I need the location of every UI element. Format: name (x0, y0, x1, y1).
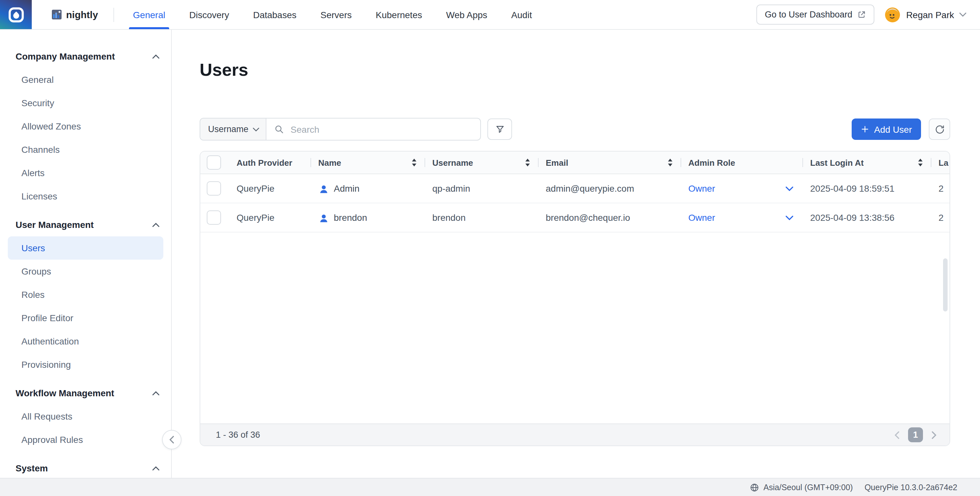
sidebar-section: Company Management GeneralSecurityAllowe… (0, 45, 171, 208)
app-window: nightly GeneralDiscoveryDatabasesServers… (0, 0, 980, 496)
sidebar-item-profile-editor[interactable]: Profile Editor (8, 306, 163, 330)
column-label: La (939, 158, 948, 167)
nav-tab-kubernetes[interactable]: Kubernetes (375, 0, 422, 29)
chevron-down-icon (253, 127, 259, 131)
nav-tab-general[interactable]: General (133, 0, 165, 29)
pagination-prev-button[interactable] (894, 431, 900, 439)
sidebar-collapse-button[interactable] (162, 430, 181, 449)
sidebar-section: System (0, 456, 171, 478)
admin-role-value[interactable]: Owner (688, 212, 715, 223)
table-scrollbar[interactable] (943, 258, 948, 311)
column-label: Admin Role (688, 158, 735, 167)
search-input[interactable] (290, 124, 480, 135)
sidebar-item-channels[interactable]: Channels (8, 138, 163, 161)
chevron-up-icon (152, 54, 159, 59)
column-header-last-login-at[interactable]: Last Login At (802, 152, 931, 174)
main-content: Users Username Add User (171, 29, 980, 478)
sidebar: Company Management GeneralSecurityAllowe… (0, 29, 172, 478)
table-row[interactable]: QueryPie Admin qp-admin admin@querypie.c… (200, 174, 950, 203)
nav-tabs: GeneralDiscoveryDatabasesServersKubernet… (133, 0, 532, 29)
pagination-next-button[interactable] (931, 431, 937, 439)
column-header-name[interactable]: Name (310, 152, 425, 174)
cell-auth-provider: QueryPie (229, 203, 310, 232)
sidebar-item-allowed-zones[interactable]: Allowed Zones (8, 115, 163, 138)
column-header-la[interactable]: La (931, 152, 950, 174)
nav-tab-discovery[interactable]: Discovery (189, 0, 229, 29)
pagination-range: 1 - 36 of 36 (216, 430, 260, 440)
search-box (267, 119, 480, 140)
column-label: Last Login At (810, 158, 864, 167)
querypie-logo-icon (7, 5, 25, 24)
cell-auth-provider: QueryPie (229, 174, 310, 203)
column-label: Email (546, 158, 568, 167)
filter-button[interactable] (487, 119, 512, 140)
refresh-button[interactable] (929, 119, 950, 140)
refresh-icon (934, 124, 945, 135)
sidebar-item-provisioning[interactable]: Provisioning (8, 353, 163, 376)
sidebar-item-alerts[interactable]: Alerts (8, 161, 163, 185)
column-header-username[interactable]: Username (425, 152, 538, 174)
sidebar-item-roles[interactable]: Roles (8, 283, 163, 306)
column-header-auth-provider[interactable]: Auth Provider (229, 152, 310, 174)
admin-role-value[interactable]: Owner (688, 183, 715, 193)
workspace-name: nightly (66, 9, 98, 20)
select-all-checkbox[interactable] (207, 155, 221, 170)
sidebar-section-system[interactable]: System (0, 456, 171, 478)
cell-email: admin@querypie.com (538, 174, 681, 203)
cell-name: brendon (310, 203, 425, 232)
timezone-indicator[interactable]: Asia/Seoul (GMT+09:00) (750, 483, 853, 492)
toolbar: Username Add User (200, 119, 950, 140)
sidebar-item-groups[interactable]: Groups (8, 260, 163, 283)
sidebar-section: User Management UsersGroupsRolesProfile … (0, 213, 171, 376)
admin-role-dropdown[interactable]: Owner (681, 174, 802, 203)
chevron-left-icon (894, 431, 900, 439)
table-empty-area (200, 233, 950, 423)
cell-last-truncated: 2 (931, 174, 950, 203)
sidebar-section-workflow-management[interactable]: Workflow Management (0, 381, 171, 405)
sidebar-item-general[interactable]: General (8, 68, 163, 91)
column-label: Username (432, 158, 473, 167)
cell-last-login-at: 2025-04-09 13:38:56 (802, 203, 931, 232)
column-header-admin-role[interactable]: Admin Role (681, 152, 802, 174)
version-text: QueryPie 10.3.0-2a674e2 (865, 483, 957, 492)
column-label: Auth Provider (237, 158, 292, 167)
nav-tab-web-apps[interactable]: Web Apps (446, 0, 487, 29)
search-icon (275, 124, 284, 134)
status-bar: Asia/Seoul (GMT+09:00) QueryPie 10.3.0-2… (0, 478, 980, 496)
table-row[interactable]: QueryPie brendon brendon brendon@chequer… (200, 203, 950, 233)
column-header-email[interactable]: Email (538, 152, 681, 174)
cell-last-login-at: 2025-04-09 18:59:51 (802, 174, 931, 203)
search-field-selector[interactable]: Username (200, 119, 267, 140)
cell-name: Admin (310, 174, 425, 203)
sidebar-section-company-management[interactable]: Company Management (0, 45, 171, 68)
sidebar-item-security[interactable]: Security (8, 91, 163, 115)
chevron-left-icon (169, 436, 174, 444)
querypie-logo[interactable] (0, 0, 32, 29)
cell-email: brendon@chequer.io (538, 203, 681, 232)
add-user-label: Add User (874, 124, 912, 135)
go-to-user-dashboard-button[interactable]: Go to User Dashboard (756, 5, 874, 25)
sidebar-item-authentication[interactable]: Authentication (8, 330, 163, 353)
nav-tab-servers[interactable]: Servers (320, 0, 352, 29)
cell-last-truncated: 2 (931, 203, 950, 232)
admin-role-dropdown[interactable]: Owner (681, 203, 802, 232)
sidebar-section-user-management[interactable]: User Management (0, 213, 171, 236)
sidebar-item-approval-rules[interactable]: Approval Rules (8, 428, 163, 451)
sort-icon (668, 158, 673, 166)
nav-right: Go to User Dashboard Regan Park (756, 5, 980, 25)
plus-icon (861, 125, 869, 133)
nav-tab-audit[interactable]: Audit (511, 0, 532, 29)
chevron-right-icon (931, 431, 937, 439)
row-checkbox[interactable] (207, 211, 221, 225)
sidebar-section-title: Workflow Management (16, 388, 114, 398)
sidebar-item-licenses[interactable]: Licenses (8, 185, 163, 208)
user-menu[interactable]: Regan Park (884, 6, 966, 23)
sidebar-item-all-requests[interactable]: All Requests (8, 405, 163, 428)
sidebar-item-users[interactable]: Users (8, 236, 163, 260)
row-checkbox[interactable] (207, 181, 221, 196)
workspace-brand[interactable]: nightly (52, 9, 98, 20)
pagination-page-1[interactable]: 1 (908, 427, 923, 442)
add-user-button[interactable]: Add User (851, 119, 921, 140)
nav-tab-databases[interactable]: Databases (253, 0, 296, 29)
go-to-user-dashboard-label: Go to User Dashboard (765, 10, 852, 19)
